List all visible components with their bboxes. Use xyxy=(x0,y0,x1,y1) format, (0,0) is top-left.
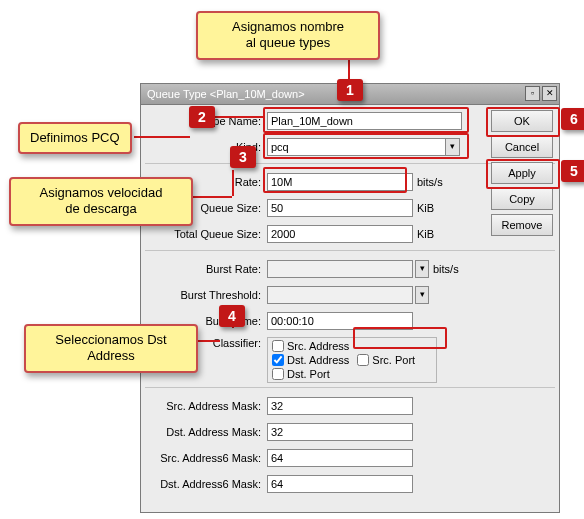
queue-type-window: Queue Type <Plan_10M_down> ▫ ✕ Type Name… xyxy=(140,83,560,513)
burst-threshold-label: Burst Threshold: xyxy=(145,289,267,301)
total-queue-size-label: Total Queue Size: xyxy=(145,228,267,240)
dst-mask-label: Dst. Address Mask: xyxy=(145,426,267,438)
burst-rate-input[interactable] xyxy=(267,260,413,278)
badge-2: 2 xyxy=(189,106,215,128)
kind-select[interactable] xyxy=(267,138,446,156)
dst6-mask-input[interactable] xyxy=(267,475,413,493)
burst-threshold-dropdown-icon[interactable]: ▾ xyxy=(415,286,429,304)
burst-rate-label: Burst Rate: xyxy=(145,263,267,275)
dst-mask-input[interactable] xyxy=(267,423,413,441)
burst-time-input[interactable] xyxy=(267,312,413,330)
dst-address-checkbox[interactable]: Dst. Address xyxy=(272,354,349,366)
src-address-text: Src. Address xyxy=(287,340,349,352)
src6-mask-label: Src. Address6 Mask: xyxy=(145,452,267,464)
badge-5: 5 xyxy=(561,160,584,182)
badge-4: 4 xyxy=(219,305,245,327)
button-column: OK Cancel Apply Copy Remove xyxy=(491,110,553,236)
badge-3: 3 xyxy=(230,146,256,168)
callout-pcq: Definimos PCQ xyxy=(18,122,132,154)
dst6-mask-label: Dst. Address6 Mask: xyxy=(145,478,267,490)
burst-threshold-input[interactable] xyxy=(267,286,413,304)
cancel-button[interactable]: Cancel xyxy=(491,136,553,158)
burst-rate-dropdown-icon[interactable]: ▾ xyxy=(415,260,429,278)
dst-port-check[interactable] xyxy=(272,368,284,380)
copy-button[interactable]: Copy xyxy=(491,188,553,210)
dst-port-text: Dst. Port xyxy=(287,368,330,380)
callout-dst: Seleccionamos Dst Address xyxy=(24,324,198,373)
remove-button[interactable]: Remove xyxy=(491,214,553,236)
total-queue-size-unit: KiB xyxy=(417,228,449,240)
queue-size-unit: KiB xyxy=(417,202,449,214)
rate-unit: bits/s xyxy=(417,176,449,188)
src6-mask-input[interactable] xyxy=(267,449,413,467)
rate-input[interactable] xyxy=(267,173,413,191)
total-queue-size-input[interactable] xyxy=(267,225,413,243)
src-mask-label: Src. Address Mask: xyxy=(145,400,267,412)
src-port-checkbox[interactable]: Src. Port xyxy=(357,354,415,366)
burst-rate-unit: bits/s xyxy=(433,263,465,275)
callout-rate: Asignamos velocidad de descarga xyxy=(9,177,193,226)
window-title: Queue Type <Plan_10M_down> xyxy=(147,88,305,100)
leader-2b xyxy=(214,116,264,118)
leader-3v xyxy=(232,170,234,196)
window-restore-icon[interactable]: ▫ xyxy=(525,86,540,101)
src-address-check[interactable] xyxy=(272,340,284,352)
dst-address-text: Dst. Address xyxy=(287,354,349,366)
leader-2 xyxy=(134,136,190,138)
src-mask-input[interactable] xyxy=(267,397,413,415)
type-name-input[interactable] xyxy=(267,112,462,130)
classifier-group: Src. Address Dst. Address Src. Port Dst.… xyxy=(267,337,437,383)
src-address-checkbox[interactable]: Src. Address xyxy=(272,340,349,352)
dst-port-checkbox[interactable]: Dst. Port xyxy=(272,368,330,380)
badge-1: 1 xyxy=(337,79,363,101)
dst-address-check[interactable] xyxy=(272,354,284,366)
window-close-icon[interactable]: ✕ xyxy=(542,86,557,101)
queue-size-input[interactable] xyxy=(267,199,413,217)
badge-6: 6 xyxy=(561,108,584,130)
apply-button[interactable]: Apply xyxy=(491,162,553,184)
ok-button[interactable]: OK xyxy=(491,110,553,132)
callout-assign-name: Asignamos nombre al queue types xyxy=(196,11,380,60)
src-port-check[interactable] xyxy=(357,354,369,366)
kind-dropdown-icon[interactable]: ▾ xyxy=(446,138,460,156)
src-port-text: Src. Port xyxy=(372,354,415,366)
